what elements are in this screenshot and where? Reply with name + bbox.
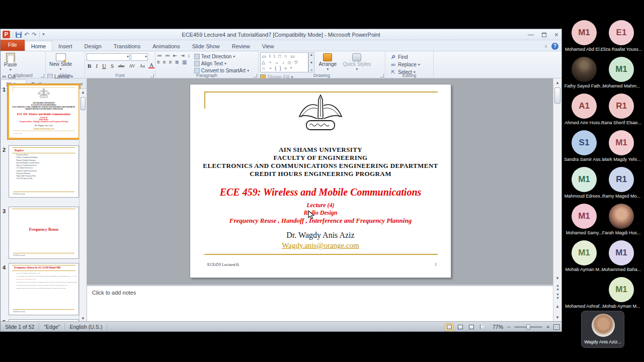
participant-photo-avatar[interactable] [609, 204, 634, 229]
thumbnails-scrollbar[interactable]: ▲ ▼ [79, 89, 87, 322]
tab-design[interactable]: Design [78, 41, 108, 51]
align-text-button[interactable]: Align Text▾ [194, 60, 249, 67]
tab-view[interactable]: View [256, 41, 280, 51]
previous-slide-button[interactable]: ▲▲ [553, 284, 561, 291]
tab-file[interactable]: File [1, 40, 25, 51]
tab-transitions[interactable]: Transitions [108, 41, 146, 51]
character-spacing-button[interactable]: AV [128, 63, 136, 68]
quick-styles-button[interactable]: Quick Styles▾ [341, 52, 373, 72]
align-right-icon[interactable]: ≡ [169, 59, 172, 65]
change-case-button[interactable]: Aa [138, 63, 146, 68]
drawing-dialog-launcher[interactable] [380, 74, 384, 77]
slide-canvas[interactable]: AIN SHAMS UNIVERSITY FACULTY OF ENGINEER… [190, 84, 451, 278]
tab-review[interactable]: Review [226, 41, 256, 51]
paragraph-dialog-launcher[interactable] [254, 74, 257, 77]
participant-initials-avatar[interactable]: S1 [572, 130, 597, 155]
thumbnail-slide-2[interactable]: Topics Frequency Reuse.Channel Assignmen… [9, 145, 79, 198]
participant-initials-avatar[interactable]: R1 [609, 167, 634, 192]
tab-home[interactable]: Home [25, 41, 52, 51]
lecture-topic[interactable]: Radio Design [190, 209, 451, 217]
tab-insert[interactable]: Insert [52, 41, 78, 51]
slide-sorter-view-button[interactable] [456, 323, 464, 331]
thumbnail-slide-3[interactable]: Frequency Reuse ECE459 Lecture(4) [9, 207, 79, 259]
participant-initials-avatar[interactable]: M1 [572, 20, 597, 45]
minimize-button[interactable]: — [528, 32, 534, 38]
font-size-combobox[interactable] [131, 53, 148, 61]
notes-scroll-up-icon[interactable]: ▲ [553, 303, 561, 310]
participant-initials-avatar[interactable]: M1 [609, 57, 634, 82]
find-button[interactable]: 🔎︎Find [390, 54, 432, 60]
editor-scrollbar[interactable]: ▲ ▼ ▲▲ ▼▼ ▲ ▼ [553, 78, 561, 322]
participant-photo-avatar[interactable] [572, 277, 597, 302]
reading-view-button[interactable] [467, 323, 475, 331]
participant-photo-avatar[interactable] [572, 57, 597, 82]
thumbnail-1-mini-slide[interactable]: AIN SHAMS UNIVERSITY FACULTY OF ENGINEER… [9, 85, 78, 137]
participant-initials-avatar[interactable]: M1 [572, 167, 597, 192]
decrease-indent-icon[interactable]: ⇤ [173, 53, 177, 58]
font-dialog-launcher[interactable] [150, 74, 154, 77]
zoom-out-button[interactable]: − [506, 324, 512, 330]
zoom-in-button[interactable]: + [545, 324, 551, 330]
arrange-button[interactable]: Arrange▾ [316, 52, 339, 72]
font-color-button[interactable]: A [148, 63, 154, 68]
language-indicator[interactable]: English (U.S.) [65, 323, 107, 330]
line-spacing-icon[interactable]: ↕ [188, 53, 190, 58]
justify-icon[interactable]: ≣ [175, 59, 179, 65]
scroll-down-icon[interactable]: ▼ [553, 275, 561, 282]
shapes-gallery[interactable]: ▭ \ \ □ ○ ▭ △ ¬ → ↓ ◇ ▽ ☆ ~ { } ≈ * [260, 52, 308, 72]
author-email[interactable]: Wagdy.anis@orange.com [190, 241, 451, 250]
bullets-icon[interactable]: ≔ [157, 53, 162, 58]
lecture-subtopic[interactable]: Frequency Reuse , Handoff , Interference… [9, 121, 78, 123]
italic-button[interactable]: I [95, 63, 99, 69]
slideshow-view-button[interactable] [478, 323, 487, 331]
author-email[interactable]: Wagdy.anis@orange.com [9, 127, 78, 130]
zoom-slider[interactable] [514, 326, 542, 328]
replace-button[interactable]: abReplace▾ [390, 61, 432, 68]
author-name[interactable]: Dr. Wagdy Anis Aziz [190, 231, 451, 240]
university-header-text[interactable]: AIN SHAMS UNIVERSITY FACULTY OF ENGINEER… [9, 102, 78, 111]
text-direction-button[interactable]: Text Direction▾ [194, 53, 249, 60]
scrollbar-thumb[interactable] [80, 97, 86, 110]
zoom-level[interactable]: 77% [489, 324, 503, 330]
align-center-icon[interactable]: ≡ [163, 59, 166, 65]
next-slide-button[interactable]: ▼▼ [553, 293, 561, 300]
paste-button[interactable]: Paste▾ [2, 52, 19, 72]
participant-initials-avatar[interactable]: M1 [572, 204, 597, 229]
scrollbar-thumb[interactable] [554, 87, 560, 104]
course-title[interactable]: ECE 459: Wireless and Mobile Communicati… [190, 187, 451, 198]
notes-scroll-down-icon[interactable]: ▼ [553, 314, 561, 321]
participant-initials-avatar[interactable]: M1 [572, 240, 597, 265]
help-icon[interactable]: ? [551, 43, 558, 50]
tab-slide-show[interactable]: Slide Show [186, 41, 226, 51]
font-name-combobox[interactable] [87, 53, 130, 61]
align-left-icon[interactable]: ≡ [157, 59, 160, 65]
slide-editor-area[interactable]: AIN SHAMS UNIVERSITY FACULTY OF ENGINEER… [87, 78, 553, 285]
bold-button[interactable]: B [87, 63, 92, 69]
participant-initials-avatar[interactable]: A1 [572, 94, 597, 119]
author-name[interactable]: Dr. Wagdy Anis Aziz [9, 125, 78, 127]
columns-icon[interactable]: ▥ [182, 59, 187, 65]
clipboard-dialog-launcher[interactable] [41, 74, 44, 77]
minimize-ribbon-icon[interactable]: ˄ [544, 44, 547, 49]
notes-placeholder[interactable]: Click to add notes [87, 286, 553, 299]
scroll-up-icon[interactable]: ▲ [553, 79, 561, 86]
thumbnail-slide-4[interactable]: Frequency Reuse in 2G GSM Band 900 Total… [9, 263, 79, 315]
participant-initials-avatar[interactable]: M1 [609, 277, 634, 302]
fit-to-window-button[interactable] [553, 324, 559, 330]
numbering-icon[interactable]: ≕ [165, 53, 170, 58]
participant-initials-avatar[interactable]: M1 [609, 130, 634, 155]
increase-indent-icon[interactable]: ⇥ [180, 53, 184, 58]
participant-initials-avatar[interactable]: R1 [609, 94, 634, 119]
shapes-gallery-scroll[interactable]: ▲▼≡ [308, 52, 314, 72]
participant-initials-avatar[interactable]: M1 [609, 240, 634, 265]
lecture-number[interactable]: Lecture (4) [190, 202, 451, 209]
underline-button[interactable]: U [101, 63, 107, 69]
university-header-text[interactable]: AIN SHAMS UNIVERSITY FACULTY OF ENGINEER… [190, 146, 451, 178]
thumbnail-slide-1[interactable]: AIN SHAMS UNIVERSITY FACULTY OF ENGINEER… [8, 84, 80, 139]
self-video-tile[interactable]: Wagdy Anis Aziz... [581, 311, 624, 348]
restore-button[interactable] [542, 33, 546, 37]
normal-view-button[interactable] [445, 323, 453, 331]
participant-initials-avatar[interactable]: E1 [609, 20, 634, 45]
new-slide-button[interactable]: New Slide▾ [47, 52, 74, 72]
notes-pane[interactable]: Click to add notes [87, 285, 553, 322]
